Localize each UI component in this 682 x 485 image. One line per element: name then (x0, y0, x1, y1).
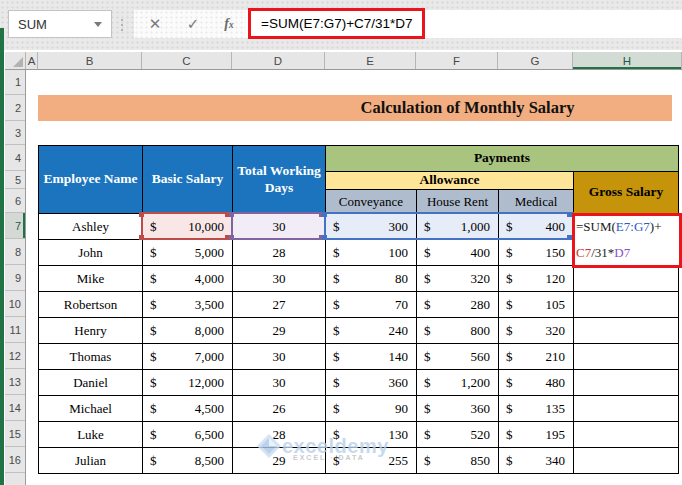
cell-h15[interactable] (574, 422, 679, 448)
cell-e16[interactable]: $255 (326, 448, 417, 474)
cell-g11[interactable]: $320 (499, 318, 574, 344)
cell-d16[interactable]: 29 (233, 448, 326, 474)
cell-h14[interactable] (574, 396, 679, 422)
cell-f15[interactable]: $520 (417, 422, 499, 448)
cell-g16[interactable]: $340 (499, 448, 574, 474)
cell-f12[interactable]: $560 (417, 344, 499, 370)
cell-h9[interactable] (574, 266, 679, 292)
range-handle[interactable] (229, 212, 234, 217)
cell-g12[interactable]: $210 (499, 344, 574, 370)
range-handle[interactable] (229, 235, 234, 240)
row-header-3[interactable]: 3 (5, 121, 25, 145)
cell-b12[interactable]: Thomas (39, 344, 143, 370)
row-header-4[interactable]: 4 (5, 145, 25, 171)
header-payments[interactable]: Payments (326, 146, 679, 172)
range-highlight-d7[interactable] (231, 212, 326, 240)
cell-e15[interactable]: $130 (326, 422, 417, 448)
cell-h11[interactable] (574, 318, 679, 344)
row-header-16[interactable]: 16 (5, 447, 25, 473)
cell-d9[interactable]: 30 (233, 266, 326, 292)
row-header-15[interactable]: 15 (5, 421, 25, 447)
header-house-rent[interactable]: House Rent (417, 190, 499, 214)
column-header-f[interactable]: F (416, 52, 498, 69)
cancel-entry-icon[interactable]: ✕ (143, 10, 167, 38)
title-cell[interactable]: Calculation of Monthly Salary (38, 95, 672, 121)
header-employee-name[interactable]: Employee Name (39, 146, 143, 214)
cell-d11[interactable]: 29 (233, 318, 326, 344)
select-all-button[interactable] (5, 52, 26, 69)
cell-d14[interactable]: 26 (233, 396, 326, 422)
row-header-14[interactable]: 14 (5, 395, 25, 421)
header-medical[interactable]: Medical (499, 190, 574, 214)
cell-f13[interactable]: $1,200 (417, 370, 499, 396)
range-highlight-c7[interactable] (141, 212, 233, 240)
cell-e10[interactable]: $70 (326, 292, 417, 318)
cell-c11[interactable]: $8,000 (143, 318, 233, 344)
cell-b9[interactable]: Mike (39, 266, 143, 292)
header-allowance[interactable]: Allowance (326, 172, 574, 190)
column-header-a[interactable]: A (26, 52, 38, 69)
cell-c10[interactable]: $3,500 (143, 292, 233, 318)
cell-f9[interactable]: $320 (417, 266, 499, 292)
cell-c8[interactable]: $5,000 (143, 240, 233, 266)
cell-g10[interactable]: $105 (499, 292, 574, 318)
name-box-dropdown-icon[interactable] (94, 22, 102, 27)
confirm-entry-icon[interactable]: ✓ (181, 10, 205, 38)
column-header-h[interactable]: H (573, 52, 682, 69)
cell-c15[interactable]: $6,500 (143, 422, 233, 448)
range-handle[interactable] (322, 212, 327, 217)
row-header-8[interactable]: 8 (5, 239, 25, 265)
row-header-2[interactable]: 2 (5, 95, 25, 121)
cell-e14[interactable]: $90 (326, 396, 417, 422)
header-gross-salary[interactable]: Gross Salary (574, 172, 679, 214)
cell-b14[interactable]: Michael (39, 396, 143, 422)
range-handle[interactable] (139, 212, 144, 217)
cell-b7[interactable]: Ashley (39, 214, 143, 240)
cell-e11[interactable]: $240 (326, 318, 417, 344)
range-handle[interactable] (139, 235, 144, 240)
row-header-1[interactable]: 1 (5, 70, 25, 95)
cell-g14[interactable]: $135 (499, 396, 574, 422)
cell-b16[interactable]: Julian (39, 448, 143, 474)
cell-f11[interactable]: $800 (417, 318, 499, 344)
row-header-6[interactable]: 6 (5, 189, 25, 213)
cell-b8[interactable]: John (39, 240, 143, 266)
cell-b10[interactable]: Robertson (39, 292, 143, 318)
cell-e12[interactable]: $140 (326, 344, 417, 370)
column-header-e[interactable]: E (325, 52, 416, 69)
cell-c14[interactable]: $4,500 (143, 396, 233, 422)
row-header-13[interactable]: 13 (5, 369, 25, 395)
cell-f16[interactable]: $850 (417, 448, 499, 474)
column-header-c[interactable]: C (142, 52, 232, 69)
header-conveyance[interactable]: Conveyance (326, 190, 417, 214)
cell-g8[interactable]: $150 (499, 240, 574, 266)
cell-b15[interactable]: Luke (39, 422, 143, 448)
cell-g9[interactable]: $120 (499, 266, 574, 292)
cell-c16[interactable]: $8,500 (143, 448, 233, 474)
cell-h16[interactable] (574, 448, 679, 474)
cell-f10[interactable]: $280 (417, 292, 499, 318)
cell-f8[interactable]: $400 (417, 240, 499, 266)
cell-d12[interactable]: 30 (233, 344, 326, 370)
row-header-12[interactable]: 12 (5, 343, 25, 369)
cell-d8[interactable]: 28 (233, 240, 326, 266)
cell-e8[interactable]: $100 (326, 240, 417, 266)
row-header-5[interactable]: 5 (5, 171, 25, 189)
cell-g15[interactable]: $195 (499, 422, 574, 448)
cell-c12[interactable]: $7,000 (143, 344, 233, 370)
name-box[interactable]: SUM (8, 10, 112, 38)
header-total-working-days[interactable]: Total Working Days (233, 146, 326, 214)
cell-d10[interactable]: 27 (233, 292, 326, 318)
column-header-b[interactable]: B (38, 52, 142, 69)
row-header-11[interactable]: 11 (5, 317, 25, 343)
row-header-10[interactable]: 10 (5, 291, 25, 317)
cell-c13[interactable]: $12,000 (143, 370, 233, 396)
cell-h10[interactable] (574, 292, 679, 318)
range-handle[interactable] (322, 235, 327, 240)
cell-e13[interactable]: $360 (326, 370, 417, 396)
header-basic-salary[interactable]: Basic Salary (143, 146, 233, 214)
column-header-d[interactable]: D (232, 52, 325, 69)
cell-f14[interactable]: $360 (417, 396, 499, 422)
cell-e9[interactable]: $80 (326, 266, 417, 292)
cell-b13[interactable]: Daniel (39, 370, 143, 396)
